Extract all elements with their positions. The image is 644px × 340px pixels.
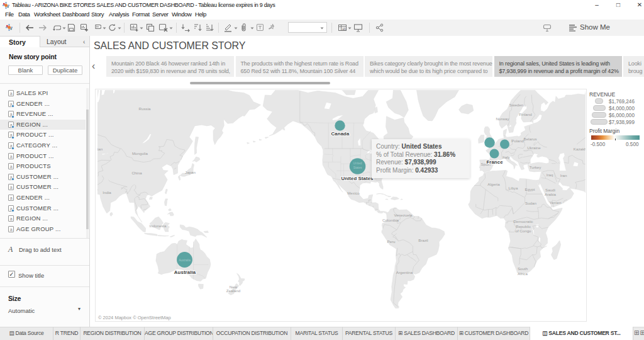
svg-text:Ukraine: Ukraine bbox=[527, 145, 541, 150]
svg-text:ab: ab bbox=[342, 27, 346, 31]
svg-text:Canada: Canada bbox=[331, 131, 350, 137]
svg-text:Kazakhstan: Kazakhstan bbox=[574, 147, 586, 151]
svg-text:Russia: Russia bbox=[139, 106, 151, 111]
svg-text:Italy: Italy bbox=[502, 155, 510, 159]
svg-text:Australia: Australia bbox=[179, 259, 191, 262]
svg-text:Algeria: Algeria bbox=[487, 182, 500, 186]
svg-text:Japan: Japan bbox=[185, 170, 196, 174]
svg-text:Indonesia: Indonesia bbox=[150, 224, 167, 228]
svg-text:Belarus: Belarus bbox=[524, 137, 537, 141]
svg-text:Australia: Australia bbox=[174, 269, 196, 275]
svg-text:Sweden: Sweden bbox=[509, 103, 524, 107]
svg-text:Democratic: Democratic bbox=[513, 219, 533, 224]
svg-text:Colombia: Colombia bbox=[382, 218, 399, 222]
svg-text:Iraq: Iraq bbox=[547, 173, 553, 177]
svg-text:Finland: Finland bbox=[519, 112, 532, 116]
svg-text:Arabia: Arabia bbox=[545, 192, 556, 196]
svg-text:Libya: Libya bbox=[509, 186, 518, 190]
svg-text:Argentina: Argentina bbox=[396, 270, 413, 275]
svg-text:United States: United States bbox=[341, 176, 374, 181]
svg-text:Republic: Republic bbox=[516, 224, 531, 229]
svg-text:Kazakhstan: Kazakhstan bbox=[97, 147, 103, 151]
svg-text:Norway: Norway bbox=[496, 116, 510, 121]
svg-text:Mexico: Mexico bbox=[347, 191, 360, 195]
svg-text:Venezuela: Venezuela bbox=[394, 213, 413, 217]
svg-text:States: States bbox=[353, 166, 362, 169]
svg-text:Egypt: Egypt bbox=[525, 187, 535, 191]
svg-text:Saudi: Saudi bbox=[545, 188, 555, 192]
svg-text:France: France bbox=[486, 159, 503, 165]
svg-text:Peru: Peru bbox=[387, 239, 396, 244]
svg-text:Zealand: Zealand bbox=[226, 288, 241, 293]
svg-text:Africa: Africa bbox=[518, 271, 528, 276]
svg-text:Yemen: Yemen bbox=[549, 200, 562, 205]
svg-text:Iran: Iran bbox=[560, 173, 567, 178]
svg-text:South: South bbox=[518, 266, 528, 271]
svg-text:India: India bbox=[103, 190, 111, 195]
svg-text:Mongolia: Mongolia bbox=[132, 151, 148, 156]
svg-text:of Congo: of Congo bbox=[515, 229, 531, 233]
svg-text:Poland: Poland bbox=[511, 139, 524, 143]
svg-text:China: China bbox=[131, 171, 142, 175]
svg-text:Sudan: Sudan bbox=[525, 201, 536, 205]
svg-text:Turkey: Turkey bbox=[530, 165, 542, 169]
svg-text:United: United bbox=[353, 162, 362, 165]
svg-text:Brazil: Brazil bbox=[418, 238, 428, 242]
